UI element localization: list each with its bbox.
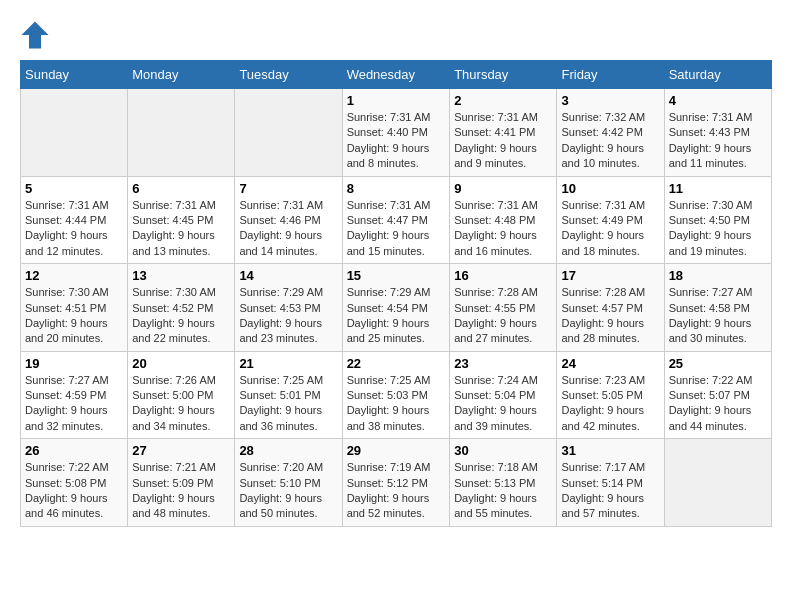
day-info: Sunrise: 7:31 AMSunset: 4:41 PMDaylight:… — [454, 110, 552, 172]
calendar-cell: 23Sunrise: 7:24 AMSunset: 5:04 PMDayligh… — [450, 351, 557, 439]
day-info: Sunrise: 7:31 AMSunset: 4:44 PMDaylight:… — [25, 198, 123, 260]
day-info: Sunrise: 7:31 AMSunset: 4:45 PMDaylight:… — [132, 198, 230, 260]
day-info: Sunrise: 7:18 AMSunset: 5:13 PMDaylight:… — [454, 460, 552, 522]
day-number: 25 — [669, 356, 767, 371]
day-number: 18 — [669, 268, 767, 283]
calendar-cell: 9Sunrise: 7:31 AMSunset: 4:48 PMDaylight… — [450, 176, 557, 264]
calendar-cell: 26Sunrise: 7:22 AMSunset: 5:08 PMDayligh… — [21, 439, 128, 527]
calendar-cell: 16Sunrise: 7:28 AMSunset: 4:55 PMDayligh… — [450, 264, 557, 352]
calendar-cell: 31Sunrise: 7:17 AMSunset: 5:14 PMDayligh… — [557, 439, 664, 527]
calendar-cell: 25Sunrise: 7:22 AMSunset: 5:07 PMDayligh… — [664, 351, 771, 439]
calendar-cell — [664, 439, 771, 527]
weekday-header: Wednesday — [342, 61, 450, 89]
calendar-cell: 7Sunrise: 7:31 AMSunset: 4:46 PMDaylight… — [235, 176, 342, 264]
day-info: Sunrise: 7:19 AMSunset: 5:12 PMDaylight:… — [347, 460, 446, 522]
calendar-week-row: 26Sunrise: 7:22 AMSunset: 5:08 PMDayligh… — [21, 439, 772, 527]
day-info: Sunrise: 7:29 AMSunset: 4:54 PMDaylight:… — [347, 285, 446, 347]
logo-icon — [20, 20, 50, 50]
day-info: Sunrise: 7:27 AMSunset: 4:59 PMDaylight:… — [25, 373, 123, 435]
day-number: 3 — [561, 93, 659, 108]
day-number: 16 — [454, 268, 552, 283]
calendar-week-row: 19Sunrise: 7:27 AMSunset: 4:59 PMDayligh… — [21, 351, 772, 439]
day-number: 20 — [132, 356, 230, 371]
calendar-cell: 19Sunrise: 7:27 AMSunset: 4:59 PMDayligh… — [21, 351, 128, 439]
day-info: Sunrise: 7:28 AMSunset: 4:55 PMDaylight:… — [454, 285, 552, 347]
weekday-header: Sunday — [21, 61, 128, 89]
day-number: 1 — [347, 93, 446, 108]
weekday-header: Saturday — [664, 61, 771, 89]
calendar-cell — [128, 89, 235, 177]
day-info: Sunrise: 7:29 AMSunset: 4:53 PMDaylight:… — [239, 285, 337, 347]
calendar-cell: 12Sunrise: 7:30 AMSunset: 4:51 PMDayligh… — [21, 264, 128, 352]
day-number: 19 — [25, 356, 123, 371]
day-info: Sunrise: 7:23 AMSunset: 5:05 PMDaylight:… — [561, 373, 659, 435]
calendar-week-row: 12Sunrise: 7:30 AMSunset: 4:51 PMDayligh… — [21, 264, 772, 352]
day-info: Sunrise: 7:20 AMSunset: 5:10 PMDaylight:… — [239, 460, 337, 522]
day-info: Sunrise: 7:31 AMSunset: 4:47 PMDaylight:… — [347, 198, 446, 260]
day-info: Sunrise: 7:32 AMSunset: 4:42 PMDaylight:… — [561, 110, 659, 172]
calendar-cell: 6Sunrise: 7:31 AMSunset: 4:45 PMDaylight… — [128, 176, 235, 264]
calendar-cell: 20Sunrise: 7:26 AMSunset: 5:00 PMDayligh… — [128, 351, 235, 439]
calendar-cell: 27Sunrise: 7:21 AMSunset: 5:09 PMDayligh… — [128, 439, 235, 527]
day-number: 2 — [454, 93, 552, 108]
day-info: Sunrise: 7:30 AMSunset: 4:52 PMDaylight:… — [132, 285, 230, 347]
calendar-cell: 22Sunrise: 7:25 AMSunset: 5:03 PMDayligh… — [342, 351, 450, 439]
day-number: 15 — [347, 268, 446, 283]
weekday-header: Monday — [128, 61, 235, 89]
day-number: 7 — [239, 181, 337, 196]
logo — [20, 20, 54, 50]
day-info: Sunrise: 7:22 AMSunset: 5:08 PMDaylight:… — [25, 460, 123, 522]
day-number: 21 — [239, 356, 337, 371]
day-number: 10 — [561, 181, 659, 196]
day-info: Sunrise: 7:27 AMSunset: 4:58 PMDaylight:… — [669, 285, 767, 347]
day-number: 12 — [25, 268, 123, 283]
calendar-header-row: SundayMondayTuesdayWednesdayThursdayFrid… — [21, 61, 772, 89]
day-number: 22 — [347, 356, 446, 371]
day-info: Sunrise: 7:31 AMSunset: 4:49 PMDaylight:… — [561, 198, 659, 260]
day-number: 24 — [561, 356, 659, 371]
day-number: 4 — [669, 93, 767, 108]
day-info: Sunrise: 7:30 AMSunset: 4:50 PMDaylight:… — [669, 198, 767, 260]
calendar-cell: 15Sunrise: 7:29 AMSunset: 4:54 PMDayligh… — [342, 264, 450, 352]
weekday-header: Tuesday — [235, 61, 342, 89]
calendar-cell: 21Sunrise: 7:25 AMSunset: 5:01 PMDayligh… — [235, 351, 342, 439]
day-number: 9 — [454, 181, 552, 196]
calendar-cell: 24Sunrise: 7:23 AMSunset: 5:05 PMDayligh… — [557, 351, 664, 439]
calendar-cell: 14Sunrise: 7:29 AMSunset: 4:53 PMDayligh… — [235, 264, 342, 352]
calendar-cell: 29Sunrise: 7:19 AMSunset: 5:12 PMDayligh… — [342, 439, 450, 527]
calendar-cell: 3Sunrise: 7:32 AMSunset: 4:42 PMDaylight… — [557, 89, 664, 177]
calendar-cell: 11Sunrise: 7:30 AMSunset: 4:50 PMDayligh… — [664, 176, 771, 264]
day-number: 5 — [25, 181, 123, 196]
day-number: 23 — [454, 356, 552, 371]
day-info: Sunrise: 7:25 AMSunset: 5:03 PMDaylight:… — [347, 373, 446, 435]
calendar-week-row: 1Sunrise: 7:31 AMSunset: 4:40 PMDaylight… — [21, 89, 772, 177]
calendar-cell: 2Sunrise: 7:31 AMSunset: 4:41 PMDaylight… — [450, 89, 557, 177]
day-info: Sunrise: 7:17 AMSunset: 5:14 PMDaylight:… — [561, 460, 659, 522]
page-header — [20, 20, 772, 50]
calendar-cell: 10Sunrise: 7:31 AMSunset: 4:49 PMDayligh… — [557, 176, 664, 264]
day-info: Sunrise: 7:31 AMSunset: 4:43 PMDaylight:… — [669, 110, 767, 172]
weekday-header: Thursday — [450, 61, 557, 89]
day-number: 29 — [347, 443, 446, 458]
day-number: 27 — [132, 443, 230, 458]
weekday-header: Friday — [557, 61, 664, 89]
day-number: 14 — [239, 268, 337, 283]
calendar-week-row: 5Sunrise: 7:31 AMSunset: 4:44 PMDaylight… — [21, 176, 772, 264]
day-info: Sunrise: 7:25 AMSunset: 5:01 PMDaylight:… — [239, 373, 337, 435]
day-number: 28 — [239, 443, 337, 458]
day-info: Sunrise: 7:24 AMSunset: 5:04 PMDaylight:… — [454, 373, 552, 435]
calendar-cell — [235, 89, 342, 177]
calendar-cell: 13Sunrise: 7:30 AMSunset: 4:52 PMDayligh… — [128, 264, 235, 352]
calendar-cell: 18Sunrise: 7:27 AMSunset: 4:58 PMDayligh… — [664, 264, 771, 352]
day-info: Sunrise: 7:22 AMSunset: 5:07 PMDaylight:… — [669, 373, 767, 435]
calendar-cell: 17Sunrise: 7:28 AMSunset: 4:57 PMDayligh… — [557, 264, 664, 352]
day-info: Sunrise: 7:31 AMSunset: 4:46 PMDaylight:… — [239, 198, 337, 260]
day-number: 11 — [669, 181, 767, 196]
day-info: Sunrise: 7:21 AMSunset: 5:09 PMDaylight:… — [132, 460, 230, 522]
day-number: 26 — [25, 443, 123, 458]
day-number: 31 — [561, 443, 659, 458]
calendar-table: SundayMondayTuesdayWednesdayThursdayFrid… — [20, 60, 772, 527]
calendar-cell: 4Sunrise: 7:31 AMSunset: 4:43 PMDaylight… — [664, 89, 771, 177]
day-number: 6 — [132, 181, 230, 196]
calendar-cell: 5Sunrise: 7:31 AMSunset: 4:44 PMDaylight… — [21, 176, 128, 264]
